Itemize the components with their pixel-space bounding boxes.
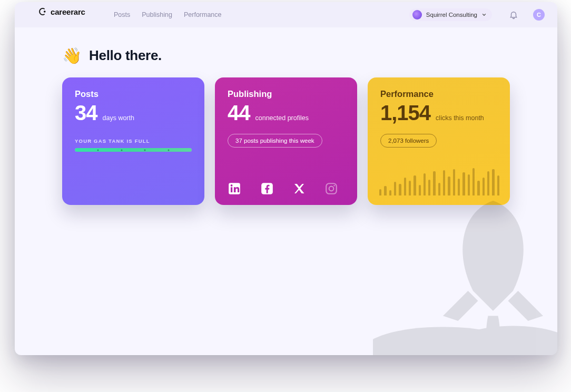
card-performance[interactable]: Performance 1,154 clicks this month 2,07…: [368, 77, 510, 205]
svg-point-3: [231, 184, 233, 187]
performance-value: 1,154: [380, 102, 430, 123]
svg-point-7: [333, 185, 335, 187]
card-publishing[interactable]: Publishing 44 connected profiles 37 post…: [215, 77, 357, 205]
svg-rect-5: [326, 183, 337, 194]
instagram-icon[interactable]: [324, 182, 338, 195]
brand-logo[interactable]: careerarc: [38, 7, 85, 16]
avatar-initial: C: [537, 12, 541, 18]
brand-icon: [38, 7, 47, 16]
performance-unit: clicks this month: [436, 114, 484, 122]
clicks-sparkline: [379, 168, 499, 195]
posts-gauge: [75, 148, 192, 152]
user-avatar[interactable]: C: [533, 9, 545, 21]
publishing-value: 44: [228, 102, 250, 123]
linkedin-icon[interactable]: [228, 182, 241, 195]
facebook-icon[interactable]: [260, 182, 274, 195]
x-icon[interactable]: [293, 182, 306, 195]
chevron-down-icon: [481, 12, 487, 17]
nav-posts[interactable]: Posts: [114, 11, 130, 18]
svg-point-8: [373, 327, 523, 355]
page-title: Hello there.: [89, 47, 162, 64]
card-posts-title: Posts: [75, 89, 192, 99]
svg-point-6: [329, 187, 334, 191]
svg-rect-2: [231, 187, 232, 192]
nav-performance[interactable]: Performance: [184, 11, 222, 18]
summary-cards: Posts 34 days worth YOUR GAS TANK IS FUL…: [15, 73, 557, 226]
nav-publishing[interactable]: Publishing: [142, 11, 172, 18]
card-publishing-title: Publishing: [228, 89, 344, 99]
publishing-pill: 37 posts publishing this week: [228, 134, 322, 148]
posts-gauge-label: YOUR GAS TANK IS FULL: [75, 138, 192, 144]
hero: 👋 Hello there.: [15, 27, 557, 73]
posts-value: 34: [75, 102, 97, 123]
publishing-unit: connected profiles: [255, 114, 309, 122]
posts-unit: days worth: [103, 114, 134, 122]
org-icon: [412, 10, 422, 19]
top-nav: Posts Publishing Performance: [114, 11, 222, 18]
svg-point-9: [453, 326, 557, 356]
notifications-button[interactable]: [509, 10, 518, 19]
social-icons: [228, 182, 338, 195]
brand-name: careerarc: [51, 7, 85, 16]
bell-icon: [509, 10, 518, 19]
org-name: Squirrel Consulting: [426, 12, 477, 18]
card-posts[interactable]: Posts 34 days worth YOUR GAS TANK IS FUL…: [62, 77, 204, 205]
svg-point-10: [479, 227, 507, 254]
wave-emoji: 👋: [62, 46, 82, 65]
app-shell: careerarc Posts Publishing Performance S…: [15, 2, 557, 355]
app-header: careerarc Posts Publishing Performance S…: [15, 2, 557, 27]
performance-pill: 2,073 followers: [380, 134, 437, 148]
card-performance-title: Performance: [380, 89, 497, 99]
org-switcher[interactable]: Squirrel Consulting: [409, 8, 492, 21]
svg-point-0: [44, 11, 46, 13]
